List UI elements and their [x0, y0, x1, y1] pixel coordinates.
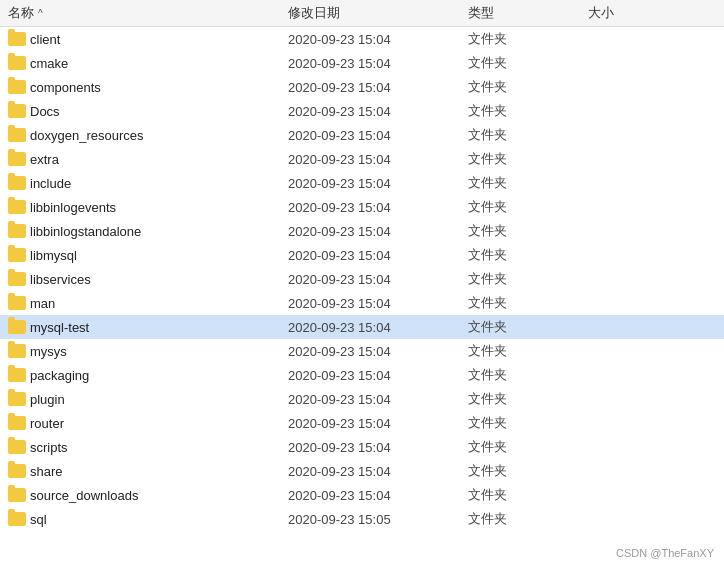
table-row[interactable]: router2020-09-23 15:04文件夹 [0, 411, 724, 435]
file-date: 2020-09-23 15:04 [288, 272, 468, 287]
file-date: 2020-09-23 15:04 [288, 224, 468, 239]
file-type: 文件夹 [468, 30, 588, 48]
col-header-type[interactable]: 类型 [468, 4, 588, 22]
file-type: 文件夹 [468, 414, 588, 432]
table-row[interactable]: mysql-test2020-09-23 15:04文件夹 [0, 315, 724, 339]
folder-icon [8, 367, 26, 383]
folder-icon [8, 199, 26, 215]
file-name: client [30, 32, 288, 47]
col-header-name[interactable]: 名称 ^ [8, 4, 288, 22]
file-type: 文件夹 [468, 270, 588, 288]
sort-arrow-icon: ^ [38, 8, 43, 19]
folder-icon [8, 439, 26, 455]
file-name: plugin [30, 392, 288, 407]
file-type: 文件夹 [468, 126, 588, 144]
table-row[interactable]: mysys2020-09-23 15:04文件夹 [0, 339, 724, 363]
folder-icon [8, 103, 26, 119]
table-row[interactable]: include2020-09-23 15:04文件夹 [0, 171, 724, 195]
table-row[interactable]: source_downloads2020-09-23 15:04文件夹 [0, 483, 724, 507]
file-name: libbinlogstandalone [30, 224, 288, 239]
table-row[interactable]: libbinlogstandalone2020-09-23 15:04文件夹 [0, 219, 724, 243]
folder-icon [8, 343, 26, 359]
file-name: sql [30, 512, 288, 527]
col-size-label: 大小 [588, 5, 614, 20]
file-name: libbinlogevents [30, 200, 288, 215]
watermark: CSDN @TheFanXY [616, 547, 714, 559]
column-headers: 名称 ^ 修改日期 类型 大小 [0, 0, 724, 27]
file-date: 2020-09-23 15:04 [288, 80, 468, 95]
file-name: man [30, 296, 288, 311]
table-row[interactable]: packaging2020-09-23 15:04文件夹 [0, 363, 724, 387]
file-explorer-container: 名称 ^ 修改日期 类型 大小 client2020-09-23 15:04文件… [0, 0, 724, 569]
file-type: 文件夹 [468, 318, 588, 336]
file-date: 2020-09-23 15:04 [288, 56, 468, 71]
folder-icon [8, 223, 26, 239]
file-date: 2020-09-23 15:04 [288, 200, 468, 215]
table-row[interactable]: client2020-09-23 15:04文件夹 [0, 27, 724, 51]
folder-icon [8, 271, 26, 287]
folder-icon [8, 247, 26, 263]
file-type: 文件夹 [468, 342, 588, 360]
file-date: 2020-09-23 15:04 [288, 248, 468, 263]
file-type: 文件夹 [468, 294, 588, 312]
col-header-size[interactable]: 大小 [588, 4, 668, 22]
file-type: 文件夹 [468, 390, 588, 408]
file-type: 文件夹 [468, 462, 588, 480]
table-row[interactable]: cmake2020-09-23 15:04文件夹 [0, 51, 724, 75]
table-row[interactable]: doxygen_resources2020-09-23 15:04文件夹 [0, 123, 724, 147]
file-type: 文件夹 [468, 510, 588, 528]
file-list[interactable]: client2020-09-23 15:04文件夹cmake2020-09-23… [0, 27, 724, 569]
file-date: 2020-09-23 15:05 [288, 512, 468, 527]
file-name: doxygen_resources [30, 128, 288, 143]
table-row[interactable]: man2020-09-23 15:04文件夹 [0, 291, 724, 315]
folder-icon [8, 151, 26, 167]
file-type: 文件夹 [468, 366, 588, 384]
table-row[interactable]: plugin2020-09-23 15:04文件夹 [0, 387, 724, 411]
file-type: 文件夹 [468, 174, 588, 192]
table-row[interactable]: Docs2020-09-23 15:04文件夹 [0, 99, 724, 123]
folder-icon [8, 415, 26, 431]
folder-icon [8, 127, 26, 143]
table-row[interactable]: components2020-09-23 15:04文件夹 [0, 75, 724, 99]
file-type: 文件夹 [468, 222, 588, 240]
file-type: 文件夹 [468, 438, 588, 456]
table-row[interactable]: libservices2020-09-23 15:04文件夹 [0, 267, 724, 291]
file-name: mysys [30, 344, 288, 359]
file-type: 文件夹 [468, 198, 588, 216]
file-name: libmysql [30, 248, 288, 263]
file-date: 2020-09-23 15:04 [288, 296, 468, 311]
file-date: 2020-09-23 15:04 [288, 152, 468, 167]
file-date: 2020-09-23 15:04 [288, 128, 468, 143]
folder-icon [8, 463, 26, 479]
file-date: 2020-09-23 15:04 [288, 464, 468, 479]
file-explorer: 名称 ^ 修改日期 类型 大小 client2020-09-23 15:04文件… [0, 0, 724, 569]
file-type: 文件夹 [468, 78, 588, 96]
file-name: include [30, 176, 288, 191]
col-type-label: 类型 [468, 5, 494, 20]
table-row[interactable]: libbinlogevents2020-09-23 15:04文件夹 [0, 195, 724, 219]
file-date: 2020-09-23 15:04 [288, 440, 468, 455]
folder-icon [8, 319, 26, 335]
folder-icon [8, 79, 26, 95]
table-row[interactable]: libmysql2020-09-23 15:04文件夹 [0, 243, 724, 267]
file-name: packaging [30, 368, 288, 383]
file-type: 文件夹 [468, 246, 588, 264]
table-row[interactable]: share2020-09-23 15:04文件夹 [0, 459, 724, 483]
folder-icon [8, 31, 26, 47]
table-row[interactable]: extra2020-09-23 15:04文件夹 [0, 147, 724, 171]
folder-icon [8, 391, 26, 407]
table-row[interactable]: scripts2020-09-23 15:04文件夹 [0, 435, 724, 459]
file-date: 2020-09-23 15:04 [288, 368, 468, 383]
col-date-label: 修改日期 [288, 5, 340, 20]
file-date: 2020-09-23 15:04 [288, 104, 468, 119]
file-name: router [30, 416, 288, 431]
file-name: share [30, 464, 288, 479]
table-row[interactable]: sql2020-09-23 15:05文件夹 [0, 507, 724, 531]
file-date: 2020-09-23 15:04 [288, 392, 468, 407]
file-date: 2020-09-23 15:04 [288, 32, 468, 47]
file-date: 2020-09-23 15:04 [288, 176, 468, 191]
file-date: 2020-09-23 15:04 [288, 344, 468, 359]
file-type: 文件夹 [468, 486, 588, 504]
col-header-date[interactable]: 修改日期 [288, 4, 468, 22]
file-type: 文件夹 [468, 102, 588, 120]
